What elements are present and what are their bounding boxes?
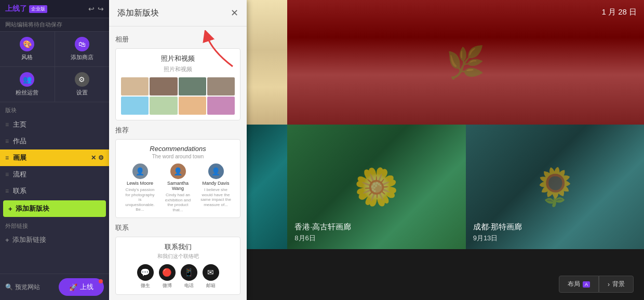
fans-button[interactable]: 👥 粉丝运营	[0, 67, 55, 102]
quick-actions: 🎨 风格 🛍 添加商店 👥 粉丝运营 ⚙ 设置	[0, 32, 109, 102]
weibo-label: 微博	[163, 282, 172, 289]
drag-handle-icon: ≡	[5, 171, 9, 178]
rec-avatar: 👤	[208, 163, 224, 179]
plus-icon: +	[8, 205, 12, 213]
email-icon: ✉	[203, 264, 219, 281]
drag-handle-icon: ≡	[5, 138, 9, 145]
layout-button[interactable]: 布局 A	[559, 276, 599, 293]
modal-section-recommend: 推荐	[115, 126, 240, 135]
cell-place: 成都·那特画廊	[473, 222, 637, 232]
undo-button[interactable]: ↩	[88, 5, 95, 13]
external-links-label: 外部链接	[0, 218, 109, 232]
sidebar-item-process[interactable]: ≡ 流程	[0, 166, 109, 183]
drag-handle-icon: ≡	[5, 187, 9, 195]
contact-title: 联系我们	[121, 242, 235, 252]
redo-button[interactable]: ↪	[98, 5, 104, 13]
email-label: 邮箱	[206, 282, 216, 289]
block-label: 联系	[13, 186, 26, 196]
block-label: 画展	[13, 153, 26, 162]
logo-text: 上线了	[5, 4, 27, 13]
style-icon: 🎨	[20, 37, 34, 51]
enterprise-badge: 企业版	[29, 5, 47, 13]
rec-person-samantha: 👤 Samantha Wang Cindy had an exhibition …	[162, 163, 194, 212]
layout-label: 布局	[568, 280, 580, 289]
sidebar-item-gallery[interactable]: ≡ 画展 ✕ ⚙	[0, 149, 109, 166]
modal-section-contact: 联系	[115, 223, 240, 233]
contact-card-inner: 联系我们 和我们这个联络吧 💬 微生 🔴 微博 📱 电话	[116, 237, 240, 294]
sidebar-header-right: ↩ ↪	[88, 5, 104, 13]
rec-sub: The word around town	[121, 154, 235, 159]
gallery-cell-hongkong[interactable]: 🌼 香港·高古轩画廊 8月6日	[287, 125, 465, 249]
photo-card-inner: 照片和视频 照片和视频	[116, 49, 240, 120]
style-button[interactable]: 🎨 风格	[0, 32, 55, 66]
photo-grid-cell	[179, 97, 206, 115]
photo-grid-cell	[150, 77, 177, 96]
block-label: 流程	[13, 170, 26, 179]
photo-grid-cell	[121, 97, 149, 115]
modal-close-button[interactable]: ✕	[231, 7, 238, 19]
settings-label: 设置	[76, 89, 88, 97]
drag-handle-icon: ≡	[5, 154, 9, 161]
modal-section-album: 相册	[115, 35, 240, 44]
photo-grid-cell	[207, 97, 235, 115]
block-actions: ✕ ⚙	[91, 154, 104, 161]
fans-icon: 👥	[20, 72, 34, 87]
style-label: 风格	[21, 53, 33, 61]
weibo-icon: 🔴	[159, 264, 176, 281]
chevron-right-icon: ›	[608, 281, 610, 288]
modal-content[interactable]: 相册 照片和视频 照片和视频	[109, 26, 247, 300]
wechat-label: 微生	[141, 282, 150, 289]
sidebar-item-works[interactable]: ≡ 作品	[0, 133, 109, 149]
sidebar-item-home[interactable]: ≡ 主页	[0, 116, 109, 133]
floral-decoration-2: 🌿	[287, 0, 644, 125]
block-list: ≡ 主页 ≡ 作品 ≡ 画展 ✕ ⚙ ≡ 流程 ≡ 联系 + 添加新版块 外部链…	[0, 116, 109, 274]
preview-button[interactable]: 🔍 预览网站	[5, 283, 40, 292]
background-button[interactable]: › 背景	[599, 276, 634, 293]
autosave-bar: 网站编辑将待自动保存	[0, 18, 109, 32]
photo-grid-cell	[207, 77, 235, 96]
add-block-button[interactable]: + 添加新版块	[3, 200, 106, 217]
photo-grid-preview	[121, 77, 235, 115]
rec-name: Lewis Moore	[127, 181, 153, 186]
layout-badge: A	[583, 281, 590, 288]
settings-icon[interactable]: ⚙	[98, 154, 104, 161]
blocks-section-label: 版块	[0, 102, 109, 116]
photo-card-title: 照片和视频	[121, 54, 235, 63]
gallery-cell-chengdu[interactable]: 🌻 成都·那特画廊 9月13日	[466, 125, 644, 249]
email-icon-wrap: ✉ 邮箱	[203, 264, 219, 289]
rec-card-inner: Recommendations The word around town 👤 L…	[116, 140, 240, 217]
photo-video-card[interactable]: 照片和视频 照片和视频	[115, 48, 240, 120]
gear-icon: ⚙	[75, 72, 89, 87]
fans-label: 粉丝运营	[16, 89, 38, 97]
plus-icon: +	[5, 236, 9, 244]
store-icon: 🛍	[75, 37, 89, 51]
photo-card-sub: 照片和视频	[121, 65, 235, 73]
contact-icons: 💬 微生 🔴 微博 📱 电话 ✉ 邮箱	[121, 264, 235, 289]
recommendations-card[interactable]: Recommendations The word around town 👤 L…	[115, 139, 240, 218]
preview-label: 预览网站	[15, 283, 40, 292]
sidebar: 上线了 企业版 ↩ ↪ 网站编辑将待自动保存 🎨 风格 🛍 添加商店 👥 粉丝运…	[0, 0, 109, 300]
cell-place: 香港·高古轩画廊	[294, 222, 458, 232]
modal-title: 添加新版块	[117, 8, 159, 19]
photo-grid-cell	[179, 77, 206, 96]
publish-button[interactable]: 🚀 上线	[59, 278, 104, 296]
cell-date-top-2: 1 月 28 日	[601, 7, 637, 17]
gallery-cell-2[interactable]: 🌿 1 月 28 日	[287, 0, 644, 125]
settings-button[interactable]: ⚙ 设置	[55, 67, 110, 102]
close-icon[interactable]: ✕	[91, 154, 96, 161]
rocket-icon: 🚀	[69, 283, 77, 291]
sidebar-footer: 🔍 预览网站 🚀 上线	[0, 274, 109, 300]
wechat-icon-wrap: 💬 微生	[137, 264, 154, 289]
add-link-button[interactable]: + 添加新链接	[0, 232, 109, 248]
contact-us-card[interactable]: 联系我们 和我们这个联络吧 💬 微生 🔴 微博 📱 电话	[115, 237, 240, 295]
sidebar-item-contact[interactable]: ≡ 联系	[0, 183, 109, 199]
add-store-button[interactable]: 🛍 添加商店	[55, 32, 110, 66]
rec-name: Mandy Davis	[202, 181, 229, 186]
modal-header: 添加新版块 ✕	[109, 0, 247, 26]
rec-people: 👤 Lewis Moore Cindy's passion for photog…	[121, 163, 235, 212]
alert-dot	[99, 279, 103, 283]
cell-date: 9月13日	[473, 234, 637, 243]
brand-logo: 上线了 企业版	[5, 4, 47, 13]
block-label: 主页	[13, 120, 26, 129]
search-icon: 🔍	[5, 283, 13, 291]
